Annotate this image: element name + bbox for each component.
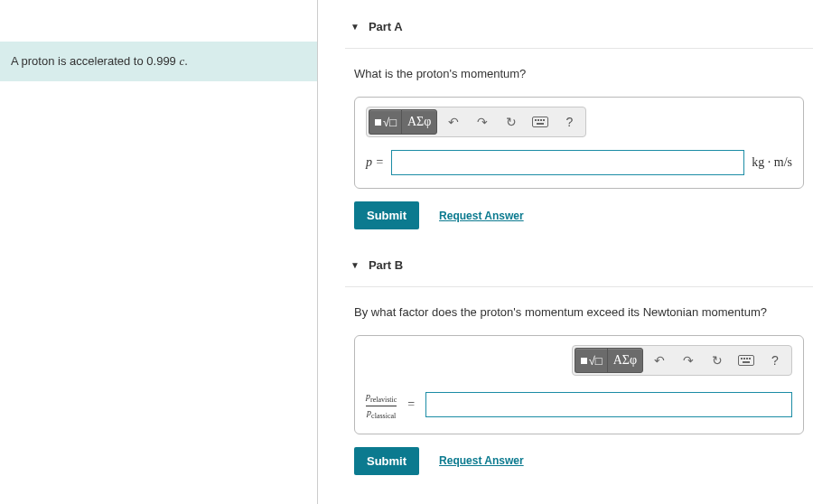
problem-text-prefix: A proton is accelerated to 0.999 xyxy=(11,54,179,68)
undo-icon[interactable]: ↶ xyxy=(645,348,674,373)
part-b: ▼ Part B By what factor does the proton'… xyxy=(345,244,813,484)
svg-rect-2 xyxy=(537,119,539,121)
equation-toolbar: √□ ΑΣφ ↶ ↷ ↻ ? xyxy=(572,345,792,376)
part-b-header[interactable]: ▼ Part B xyxy=(345,244,813,287)
svg-rect-8 xyxy=(743,358,745,359)
part-a-answer-box: √□ ΑΣφ ↶ ↷ ↻ ? p = xyxy=(354,97,804,189)
svg-rect-9 xyxy=(746,358,748,359)
part-b-question: By what factor does the proton's momentu… xyxy=(354,305,804,319)
caret-down-icon: ▼ xyxy=(350,22,360,32)
caret-down-icon: ▼ xyxy=(350,260,360,270)
part-a-question: What is the proton's momentum? xyxy=(354,67,804,80)
greek-button[interactable]: ΑΣφ xyxy=(401,109,437,135)
part-b-answer-box: √□ ΑΣφ ↶ ↷ ↻ ? xyxy=(354,335,804,434)
problem-text-suffix: . xyxy=(184,54,188,68)
svg-rect-10 xyxy=(749,358,751,359)
part-a-title: Part A xyxy=(369,20,403,33)
equation-toolbar: √□ ΑΣφ ↶ ↷ ↻ ? xyxy=(366,107,586,137)
keyboard-icon[interactable] xyxy=(526,109,555,135)
equals-sign: = xyxy=(407,397,415,412)
request-answer-link[interactable]: Request Answer xyxy=(439,210,524,222)
svg-rect-5 xyxy=(537,123,544,125)
lhs-fraction: prelavistic pclassical xyxy=(366,388,397,421)
greek-button[interactable]: ΑΣφ xyxy=(607,348,643,373)
reset-icon[interactable]: ↻ xyxy=(703,348,732,373)
svg-rect-0 xyxy=(533,117,548,127)
help-icon[interactable]: ? xyxy=(555,109,584,135)
template-button[interactable]: √□ xyxy=(369,109,402,135)
svg-rect-4 xyxy=(543,119,545,121)
template-button[interactable]: √□ xyxy=(575,348,608,373)
reset-icon[interactable]: ↻ xyxy=(497,109,526,135)
help-icon[interactable]: ? xyxy=(761,348,790,373)
svg-rect-7 xyxy=(741,358,743,359)
submit-button[interactable]: Submit xyxy=(354,447,419,475)
lhs-label: p = xyxy=(366,155,384,170)
svg-rect-6 xyxy=(739,356,754,366)
part-a-header[interactable]: ▼ Part A xyxy=(345,5,813,49)
problem-statement: A proton is accelerated to 0.999 c. xyxy=(0,42,317,81)
answer-input-a[interactable] xyxy=(391,150,744,175)
svg-rect-11 xyxy=(743,361,750,363)
request-answer-link[interactable]: Request Answer xyxy=(439,454,524,467)
unit-label: kg · m/s xyxy=(752,155,792,170)
part-b-title: Part B xyxy=(369,258,403,272)
answer-input-b[interactable] xyxy=(425,392,792,417)
redo-icon[interactable]: ↷ xyxy=(468,109,497,135)
redo-icon[interactable]: ↷ xyxy=(674,348,703,373)
undo-icon[interactable]: ↶ xyxy=(439,109,468,135)
svg-rect-3 xyxy=(540,119,542,121)
submit-button[interactable]: Submit xyxy=(354,201,419,229)
keyboard-icon[interactable] xyxy=(732,348,761,373)
part-a: ▼ Part A What is the proton's momentum? … xyxy=(345,5,813,238)
svg-rect-1 xyxy=(535,119,537,121)
